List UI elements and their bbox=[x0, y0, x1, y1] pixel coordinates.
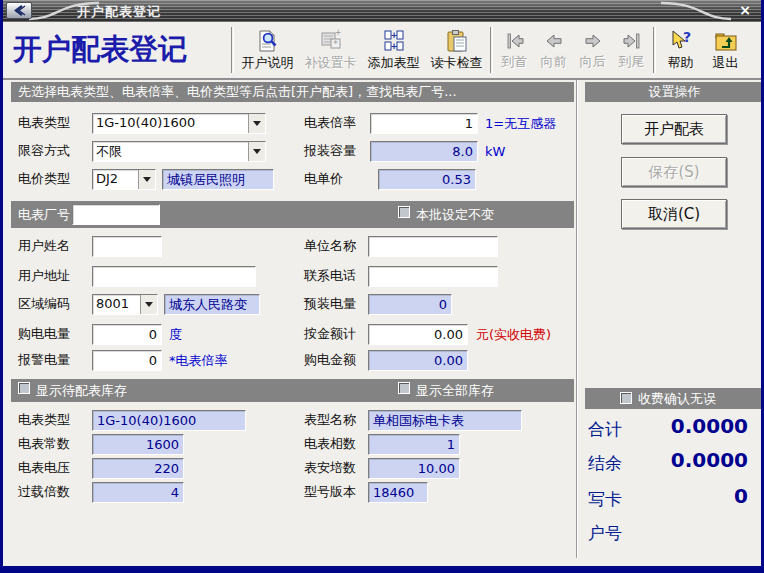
toolbar-button-label: 到尾 bbox=[619, 53, 645, 71]
stock-constant-label: 电表常数 bbox=[18, 434, 70, 454]
system-menu-button[interactable] bbox=[6, 2, 32, 19]
balance-value: 0.0000 bbox=[671, 448, 748, 472]
org-name-input[interactable] bbox=[368, 236, 498, 257]
preload-label: 预装电量 bbox=[304, 294, 356, 314]
factory-no-input[interactable] bbox=[72, 204, 160, 225]
capacity-unit: kW bbox=[485, 141, 505, 162]
multiplier-input[interactable] bbox=[370, 113, 478, 134]
help-button[interactable]: ? 帮助 bbox=[658, 24, 703, 76]
svg-text:+: + bbox=[334, 29, 341, 37]
title-bar: 开户配表登记 × bbox=[3, 0, 761, 22]
price-type-select[interactable]: DJ2 bbox=[92, 169, 156, 190]
toolbar-button-label: 帮助 bbox=[668, 54, 694, 72]
toolbar-button-label: 到首 bbox=[502, 53, 528, 71]
limit-mode-label: 限容方式 bbox=[18, 141, 70, 161]
fee-confirm-checkbox[interactable] bbox=[620, 392, 632, 404]
stock-type-name-label: 表型名称 bbox=[304, 410, 356, 430]
purchase-qty-label: 购电电量 bbox=[18, 324, 70, 344]
last-record-icon bbox=[620, 30, 644, 52]
phone-input[interactable] bbox=[368, 266, 498, 287]
exit-button[interactable]: 退出 bbox=[703, 24, 748, 76]
batch-fixed-checkbox[interactable] bbox=[398, 206, 410, 218]
cancel-button[interactable]: 取消(C) bbox=[621, 199, 727, 229]
toolbar-button-label: 补设置卡 bbox=[305, 54, 357, 72]
dropdown-button[interactable] bbox=[248, 142, 265, 161]
purchase-qty-input[interactable] bbox=[92, 324, 162, 345]
area-code-select[interactable]: 8001 bbox=[92, 294, 158, 315]
purchase-amount-field: 0.00 bbox=[368, 350, 468, 371]
chevron-down-icon bbox=[145, 302, 153, 311]
dropdown-button[interactable] bbox=[140, 295, 157, 314]
stock-constant-field: 1600 bbox=[92, 434, 184, 455]
stock-version-field: 18460 bbox=[368, 482, 428, 503]
assign-meter-button[interactable]: 开户配表 bbox=[621, 114, 727, 144]
window-title: 开户配表登记 bbox=[77, 3, 161, 21]
instruction-bar: 先选择电表类型、电表倍率、电价类型等后点击[开户配表]，查找电表厂号... bbox=[11, 82, 574, 102]
org-name-label: 单位名称 bbox=[304, 236, 356, 256]
stock-type-name-field: 单相国标电卡表 bbox=[368, 410, 522, 431]
next-record-icon bbox=[581, 30, 605, 52]
exit-icon bbox=[714, 29, 738, 53]
price-type-value: DJ2 bbox=[93, 170, 138, 189]
balance-label: 结余 bbox=[588, 452, 622, 475]
toolbar: 开户配表登记 开户说明 * + 补设置卡 bbox=[3, 22, 761, 80]
add-meter-type-button[interactable]: + + 添加表型 bbox=[362, 24, 425, 76]
app-window: 开户配表登记 × 开户配表登记 开户说明 * bbox=[0, 0, 764, 573]
multiplier-label: 电表倍率 bbox=[304, 113, 356, 133]
titlebar-swoosh-right bbox=[661, 0, 731, 22]
purchase-amount-label: 购电金额 bbox=[304, 350, 356, 370]
alarm-qty-hint: *电表倍率 bbox=[169, 350, 228, 371]
unit-price-field: 0.53 bbox=[378, 169, 476, 190]
dropdown-button[interactable] bbox=[138, 170, 155, 189]
close-button[interactable]: × bbox=[739, 2, 751, 18]
app-logo-icon bbox=[11, 4, 27, 17]
by-amount-input[interactable] bbox=[368, 324, 468, 345]
factory-no-label: 电表厂号 bbox=[18, 204, 70, 225]
stock-phases-label: 电表相数 bbox=[304, 434, 356, 454]
stock-meter-type-label: 电表类型 bbox=[18, 410, 70, 430]
area-code-label: 区域编码 bbox=[18, 294, 70, 314]
panel-divider bbox=[576, 80, 578, 558]
toolbar-separator bbox=[653, 27, 656, 73]
go-prev-button: 向前 bbox=[534, 24, 573, 76]
stock-voltage-field: 220 bbox=[92, 458, 184, 479]
toolbar-button-label: 读卡检查 bbox=[431, 54, 483, 72]
meter-type-label: 电表类型 bbox=[18, 113, 70, 133]
stock-phases-field: 1 bbox=[368, 434, 460, 455]
write-card-label: 写卡 bbox=[588, 488, 622, 511]
stock-overload-label: 过载倍数 bbox=[18, 482, 70, 502]
unit-price-label: 电单价 bbox=[304, 169, 343, 189]
fee-confirm-label: 收费确认无误 bbox=[638, 388, 716, 409]
limit-mode-value: 不限 bbox=[93, 142, 248, 161]
user-name-input[interactable] bbox=[92, 236, 162, 257]
capacity-label: 报装容量 bbox=[304, 141, 356, 161]
total-label: 合计 bbox=[588, 418, 622, 441]
svg-text:?: ? bbox=[682, 29, 690, 45]
by-amount-unit: 元(实收电费) bbox=[476, 324, 551, 345]
meter-type-value: 1G-10(40)1600 bbox=[93, 114, 248, 133]
meter-type-select[interactable]: 1G-10(40)1600 bbox=[92, 113, 266, 134]
read-card-check-button[interactable]: 读卡检查 bbox=[425, 24, 488, 76]
alarm-qty-label: 报警电量 bbox=[18, 350, 70, 370]
price-type-desc: 城镇居民照明 bbox=[162, 169, 274, 190]
capacity-field: 8.0 bbox=[370, 141, 478, 162]
stock-ampere-label: 表安培数 bbox=[304, 458, 356, 478]
show-pending-checkbox[interactable] bbox=[18, 382, 30, 394]
alarm-qty-input[interactable] bbox=[92, 350, 162, 371]
show-all-checkbox[interactable] bbox=[398, 382, 410, 394]
area-code-value: 8001 bbox=[93, 295, 140, 314]
write-card-value: 0 bbox=[734, 484, 748, 508]
account-no-label: 户号 bbox=[588, 522, 622, 545]
open-account-help-button[interactable]: 开户说明 bbox=[236, 24, 299, 76]
show-pending-label: 显示待配表库存 bbox=[36, 380, 127, 401]
address-input[interactable] bbox=[92, 266, 256, 287]
go-last-button: 到尾 bbox=[612, 24, 651, 76]
toolbar-button-label: 退出 bbox=[713, 54, 739, 72]
batch-fixed-label: 本批设定不变 bbox=[416, 204, 494, 225]
multiplier-hint: 1=无互感器 bbox=[485, 113, 556, 134]
dropdown-button[interactable] bbox=[248, 114, 265, 133]
panel-title-bar: 设置操作 bbox=[585, 82, 764, 102]
limit-mode-select[interactable]: 不限 bbox=[92, 141, 266, 162]
supplement-card-button: * + 补设置卡 bbox=[299, 24, 362, 76]
toolbar-button-label: 开户说明 bbox=[242, 54, 294, 72]
